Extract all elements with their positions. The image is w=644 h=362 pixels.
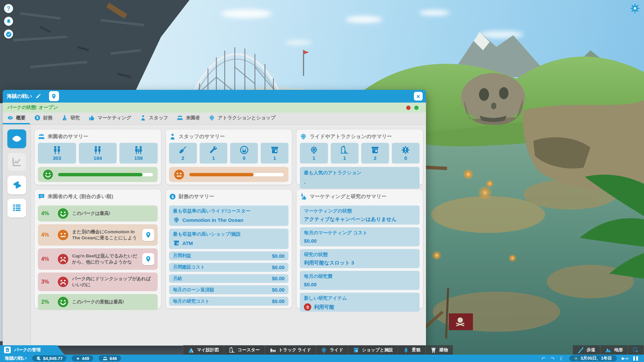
locate-park-button[interactable] xyxy=(49,91,59,101)
clipboard-icon xyxy=(4,347,11,353)
neutral-face-icon xyxy=(174,169,184,180)
window-content: 来園者のサマリー 303 184 159 スタッフのサマリー xyxy=(31,125,426,346)
staff-person-icon xyxy=(169,133,176,140)
day-night-toggle[interactable]: ☾ xyxy=(560,356,564,361)
new-research-box: 新しい研究アイテム 0利用可能 xyxy=(300,293,420,312)
broken-rides-tile[interactable]: 0 xyxy=(392,143,420,164)
guests-group-icon xyxy=(103,356,108,361)
question-icon: ? xyxy=(7,6,10,12)
mechanic-count-tile[interactable]: 1 xyxy=(200,143,227,164)
ferris-wheel-icon xyxy=(173,217,180,223)
adults-icon xyxy=(51,145,63,155)
park-management-button[interactable]: パークの管理 xyxy=(0,345,64,355)
guest-count-tile[interactable]: 159 xyxy=(119,143,158,164)
broom-icon xyxy=(177,145,189,155)
research-count-badge: 0 xyxy=(304,303,311,311)
undo-button[interactable]: ↶ xyxy=(541,356,546,361)
locate-guest-button[interactable] xyxy=(142,253,154,265)
select-tool-button[interactable] xyxy=(628,345,644,355)
happiness-fill xyxy=(58,173,143,176)
family-icon xyxy=(133,145,144,155)
shops-tile[interactable]: 2 xyxy=(361,143,389,164)
terrain-button[interactable]: 地形 xyxy=(600,345,628,355)
card-title: スタッフのサマリー xyxy=(179,133,225,140)
finance-row: 月間利益$0.00 xyxy=(169,251,289,260)
window-sidebar xyxy=(3,125,31,346)
tab-staff[interactable]: スタッフ xyxy=(136,113,172,124)
close-button[interactable]: × xyxy=(414,92,423,101)
sidebar-entry-ticket-button[interactable] xyxy=(7,176,26,194)
guest-count-pill[interactable]: 646 xyxy=(99,355,121,361)
tab-attractions[interactable]: アトラクションとショップ xyxy=(204,113,280,124)
buildings-button[interactable]: 建物 xyxy=(426,345,453,355)
park-rating-pill[interactable]: ★449 xyxy=(72,355,93,361)
build-menu-group: マイ設計図 コースター トラック ライド ライド ショップと施設 景観 建物 xyxy=(183,345,453,355)
window-title: 海賊の戦い xyxy=(7,93,32,100)
castle-tower-icon xyxy=(430,347,437,353)
finance-row: 毎月の研究コスト$0.00 xyxy=(169,297,289,306)
track-rides-button[interactable]: トラック ライド xyxy=(265,345,316,355)
notifications-button[interactable] xyxy=(4,17,13,26)
redo-button[interactable]: ↷ xyxy=(550,356,555,361)
ferris-wheel-icon xyxy=(300,133,307,140)
sidebar-charts-button[interactable] xyxy=(7,153,26,171)
tab-guests[interactable]: 来園者 xyxy=(172,113,204,124)
status-dot-red xyxy=(406,106,411,110)
research-cost-box: 毎月の研究費 $0.00 xyxy=(300,271,420,290)
help-button[interactable]: ? xyxy=(4,4,13,13)
paths-button[interactable]: 歩道 xyxy=(573,345,600,355)
guest-count-tile[interactable]: 184 xyxy=(79,143,117,164)
terrain-menu-group: 歩道 地形 xyxy=(573,345,644,355)
tab-marketing[interactable]: マーケティング xyxy=(84,113,136,124)
card-title: マーケティングと研究のサマリー xyxy=(310,193,386,200)
objectives-button[interactable] xyxy=(4,29,13,39)
date-value: 3月05日、1年目 xyxy=(581,355,612,361)
settings-gear-icon[interactable] xyxy=(630,3,640,13)
ferris-wheel-icon xyxy=(308,145,320,155)
dollar-icon xyxy=(34,115,41,121)
scenery-button[interactable]: 景観 xyxy=(398,345,426,355)
window-body: 来園者のサマリー 303 184 159 スタッフのサマリー xyxy=(3,125,426,346)
tab-finance[interactable]: 財務 xyxy=(30,113,57,124)
tab-research[interactable]: 研究 xyxy=(57,113,84,124)
speed-up-button[interactable]: ▶ ▸▸ xyxy=(622,356,628,360)
dollar-icon xyxy=(169,193,176,200)
coasters-tile[interactable]: 1 xyxy=(331,143,359,164)
map-pin-icon xyxy=(145,232,152,238)
guest-thoughts-card: 来園者の考え (割合の多い順) 4% このパークは最高! 4% また別の機会にC… xyxy=(34,189,161,309)
happy-face-icon xyxy=(57,208,69,219)
sidebar-overview-button[interactable] xyxy=(7,129,26,148)
bell-icon xyxy=(6,19,11,24)
pause-button[interactable] xyxy=(633,356,638,361)
planet-coaster-screen: ? 海賊の戦い × パークの状態: オープン 概要 財務 研究 マーケティング … xyxy=(0,0,644,362)
thought-row: 4% また別の機会にCommotion In The Oceanに乗ることにしよ… xyxy=(38,224,158,246)
neutral-face-icon xyxy=(57,229,69,241)
money-pill[interactable]: $4,949.77 xyxy=(32,355,67,361)
build-toolbar: パークの管理 マイ設計図 コースター トラック ライド ライド ショップと施設 … xyxy=(0,345,644,355)
marketing-research-card: マーケティングと研究のサマリー マーケティングの状態 アクティブなキャンペーンは… xyxy=(296,189,423,309)
guest-count-tile[interactable]: 303 xyxy=(38,143,76,164)
coasters-button[interactable]: コースター xyxy=(224,345,265,355)
finance-row: 月給$0.00 xyxy=(169,274,289,283)
flat-rides-tile[interactable]: 1 xyxy=(300,143,328,164)
speech-bubble-icon xyxy=(38,193,45,200)
star-icon: ★ xyxy=(76,356,80,361)
card-title: 来園者のサマリー xyxy=(48,133,88,140)
gear-alert-icon xyxy=(400,145,411,155)
edit-pencil-icon[interactable] xyxy=(36,94,41,99)
rides-button[interactable]: ライド xyxy=(316,345,348,355)
ferris-wheel-icon xyxy=(321,347,327,353)
entertainer-count-tile[interactable]: 0 xyxy=(230,143,258,164)
most-popular-attraction-box: 最も人気のアトラクション - xyxy=(300,167,420,189)
tab-overview[interactable]: 概要 xyxy=(3,113,30,124)
locate-guest-button[interactable] xyxy=(142,229,154,241)
blueprints-button[interactable]: マイ設計図 xyxy=(183,345,224,355)
vendor-count-tile[interactable]: 1 xyxy=(261,143,288,164)
sad-face-icon xyxy=(57,253,69,265)
janitor-count-tile[interactable]: 2 xyxy=(169,143,197,164)
sidebar-log-button[interactable] xyxy=(7,199,26,218)
tree-icon xyxy=(403,347,409,353)
shops-facilities-button[interactable]: ショップと施設 xyxy=(348,345,398,355)
thumbs-up-icon xyxy=(89,115,95,121)
blueprint-icon xyxy=(188,347,194,353)
